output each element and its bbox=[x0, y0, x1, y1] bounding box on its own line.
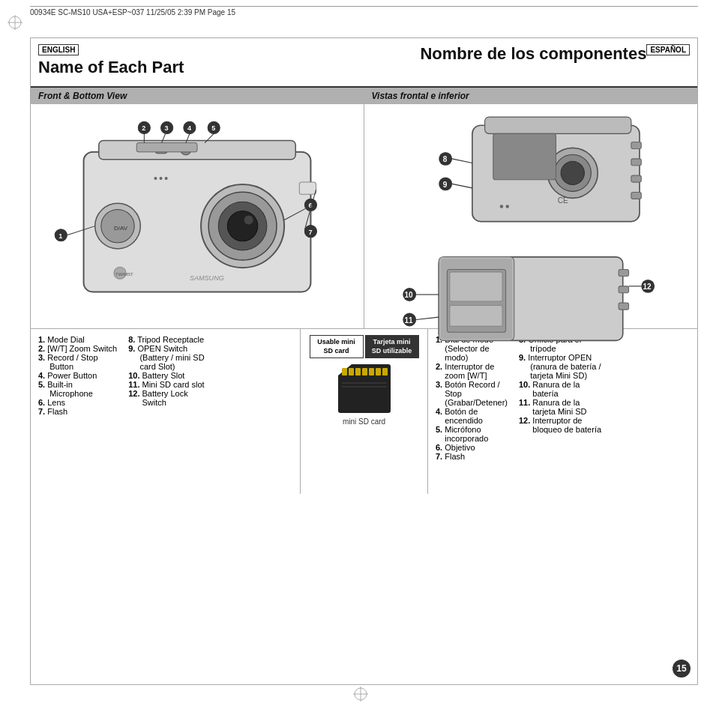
svg-text:5: 5 bbox=[211, 124, 215, 132]
svg-text:12: 12 bbox=[643, 283, 652, 292]
english-parts-list: 1. Mode Dial 2. [W/T] Zoom Switch 3. Rec… bbox=[31, 329, 301, 494]
svg-rect-52 bbox=[631, 192, 641, 199]
sd-card-caption: mini SD card bbox=[343, 417, 385, 426]
english-col2: 8. Tripod Receptacle 9. OPEN Switch (Bat… bbox=[128, 335, 205, 416]
view-label-left: Front & Bottom View bbox=[31, 88, 364, 104]
title-row: ENGLISH Name of Each Part ESPAÑOL Nombre… bbox=[31, 38, 697, 88]
svg-point-19 bbox=[165, 177, 168, 180]
en-part-2: 2. [W/T] Zoom Switch bbox=[38, 344, 117, 353]
view-label-right: Vistas frontal e inferior bbox=[364, 88, 698, 104]
svg-rect-71 bbox=[619, 304, 628, 310]
svg-rect-70 bbox=[619, 286, 628, 293]
svg-rect-10 bbox=[299, 182, 316, 194]
es-part-12: 12. Interruptor de bloqueo de batería bbox=[519, 416, 601, 434]
svg-point-56 bbox=[506, 205, 509, 208]
es-part-5: 5. Micrófono incorporado bbox=[436, 425, 508, 443]
diagrams-row: D/AV SAMSUNG TW/MST 1 bbox=[31, 104, 697, 329]
header-text: 00934E SC-MS10 USA+ESP~037 11/25/05 2:39… bbox=[30, 8, 235, 16]
es-part-3: 3. Botón Record / Stop (Grabar/Detener) bbox=[436, 380, 508, 407]
en-part-12: 12. Battery Lock Switch bbox=[128, 389, 205, 407]
sd-card-image bbox=[338, 364, 391, 413]
svg-rect-49 bbox=[631, 142, 641, 149]
svg-text:11: 11 bbox=[405, 316, 414, 325]
svg-point-9 bbox=[244, 215, 253, 224]
es-part-4: 4. Botón de encendido bbox=[436, 407, 508, 425]
camera-right-svg: CE 8 9 bbox=[372, 112, 690, 239]
svg-rect-86 bbox=[362, 368, 367, 375]
en-part-6: 6. Lens bbox=[38, 398, 117, 407]
es-part-7: 7. Flash bbox=[436, 452, 508, 461]
svg-rect-89 bbox=[382, 368, 388, 375]
es-part-10: 10. Ranura de la batería bbox=[519, 380, 601, 398]
main-content: ENGLISH Name of Each Part ESPAÑOL Nombre… bbox=[30, 37, 698, 685]
en-part-10: 10. Battery Slot bbox=[128, 371, 205, 380]
right-camera-bottom: 10 11 12 bbox=[372, 239, 690, 358]
title-right: ESPAÑOL Nombre de los componentes bbox=[364, 38, 698, 83]
svg-point-48 bbox=[561, 161, 584, 184]
svg-rect-83 bbox=[342, 368, 347, 375]
svg-line-59 bbox=[452, 159, 472, 163]
svg-text:CE: CE bbox=[558, 196, 568, 205]
en-part-7: 7. Flash bbox=[38, 407, 117, 416]
svg-point-17 bbox=[154, 177, 157, 180]
svg-text:3: 3 bbox=[165, 124, 169, 132]
svg-rect-45 bbox=[485, 117, 631, 133]
espanol-title: Nombre de los componentes bbox=[372, 44, 691, 64]
right-camera-top: CE 8 9 bbox=[372, 112, 690, 239]
svg-rect-67 bbox=[450, 272, 502, 301]
camera-bottom-svg: 10 11 12 bbox=[372, 239, 690, 358]
svg-text:1: 1 bbox=[58, 232, 62, 240]
svg-rect-51 bbox=[631, 175, 641, 182]
registration-mark-tl bbox=[7, 15, 22, 30]
svg-point-8 bbox=[227, 211, 257, 241]
svg-line-62 bbox=[452, 184, 472, 188]
svg-rect-53 bbox=[493, 133, 556, 179]
english-label: ENGLISH bbox=[38, 44, 79, 55]
svg-text:D/AV: D/AV bbox=[114, 225, 128, 232]
title-left: ENGLISH Name of Each Part bbox=[31, 38, 364, 83]
svg-text:10: 10 bbox=[405, 292, 414, 300]
header-bar: 00934E SC-MS10 USA+ESP~037 11/25/05 2:39… bbox=[30, 6, 698, 16]
sd-english-label: Usable mini SD card bbox=[310, 335, 364, 358]
es-part-6: 6. Objetivo bbox=[436, 443, 508, 452]
registration-mark-br bbox=[353, 687, 368, 704]
svg-rect-84 bbox=[349, 368, 354, 375]
en-part-8: 8. Tripod Receptacle bbox=[128, 335, 205, 344]
page-number: 15 bbox=[673, 660, 691, 678]
svg-text:7: 7 bbox=[308, 229, 312, 236]
svg-rect-88 bbox=[376, 368, 381, 375]
svg-text:TW/MST: TW/MST bbox=[115, 272, 133, 277]
svg-rect-85 bbox=[355, 368, 361, 375]
svg-rect-87 bbox=[369, 368, 374, 375]
english-col1: 1. Mode Dial 2. [W/T] Zoom Switch 3. Rec… bbox=[38, 335, 117, 416]
svg-text:9: 9 bbox=[443, 181, 448, 189]
section-header: Front & Bottom View Vistas frontal e inf… bbox=[31, 88, 697, 104]
es-part-11: 11. Ranura de la tarjeta Mini SD bbox=[519, 398, 601, 416]
svg-rect-69 bbox=[619, 270, 628, 277]
svg-rect-50 bbox=[631, 159, 641, 166]
svg-line-77 bbox=[416, 318, 439, 320]
svg-text:SAMSUNG: SAMSUNG bbox=[190, 274, 224, 282]
espanol-label: ESPAÑOL bbox=[646, 44, 690, 55]
english-title: Name of Each Part bbox=[38, 58, 357, 77]
svg-text:4: 4 bbox=[187, 124, 191, 132]
en-part-3: 3. Record / Stop Button bbox=[38, 353, 117, 371]
en-part-1: 1. Mode Dial bbox=[38, 335, 117, 344]
sd-card-svg bbox=[338, 364, 391, 413]
svg-text:8: 8 bbox=[443, 155, 448, 163]
svg-rect-16 bbox=[136, 143, 197, 152]
en-part-9: 9. OPEN Switch (Battery / mini SD card S… bbox=[128, 344, 205, 371]
en-part-11: 11. Mini SD card slot bbox=[128, 380, 205, 389]
es-part-2: 2. Interruptor de zoom [W/T] bbox=[436, 362, 508, 380]
english-parts-columns: 1. Mode Dial 2. [W/T] Zoom Switch 3. Rec… bbox=[38, 335, 292, 416]
en-part-4: 4. Power Button bbox=[38, 371, 117, 380]
camera-front-svg: D/AV SAMSUNG TW/MST 1 bbox=[38, 112, 356, 321]
right-diagram: CE 8 9 bbox=[364, 104, 697, 328]
svg-point-18 bbox=[160, 177, 163, 180]
svg-rect-68 bbox=[450, 306, 502, 327]
left-diagram: D/AV SAMSUNG TW/MST 1 bbox=[31, 104, 364, 328]
svg-point-55 bbox=[500, 205, 503, 208]
svg-text:2: 2 bbox=[142, 124, 145, 132]
en-part-5: 5. Built-in Microphone bbox=[38, 380, 117, 398]
